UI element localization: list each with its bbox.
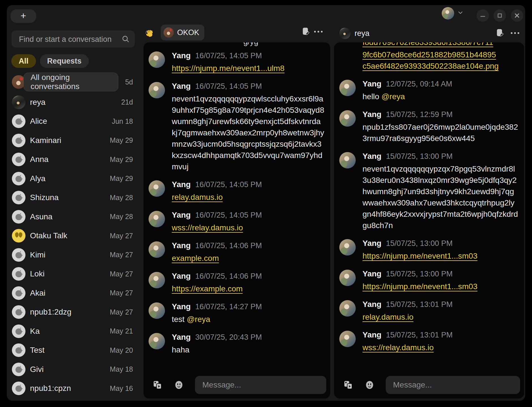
- conversation-row[interactable]: KaminariMay 29: [7, 131, 139, 150]
- message-timestamp: 16/07/25, 14:06 PM: [195, 271, 262, 281]
- message-list[interactable]: f8dd769c762fe83393d6f13386/7c7119fc6b07e…: [339, 42, 518, 371]
- conversation-row[interactable]: npub1:2dzgMay 27: [7, 303, 139, 322]
- conversation-row[interactable]: AliceJun 18: [7, 112, 139, 131]
- conversation-name: Loki: [30, 269, 44, 278]
- filter-all[interactable]: All: [11, 54, 36, 68]
- message-timestamp: 15/07/25, 13:00 PM: [386, 151, 453, 161]
- account-menu-button[interactable]: [442, 7, 463, 20]
- conversation-row[interactable]: AkaiMay 27: [7, 283, 139, 303]
- avatar: [12, 305, 25, 319]
- conversation-row[interactable]: Otaku TalkMay 27: [7, 226, 139, 246]
- app-window: + All Re: [7, 5, 525, 401]
- message-list[interactable]: g/ygYang16/07/25, 14:05 PMhttps://njump.…: [149, 42, 325, 371]
- message-timestamp: 30/07/25, 20:43 PM: [195, 332, 262, 342]
- attach-media-button[interactable]: [151, 379, 164, 391]
- conversation-row[interactable]: KimiMay 27: [7, 245, 139, 265]
- sidebar: All Requests 5d All ongoing conversation…: [7, 22, 139, 401]
- conversation-row[interactable]: AlyaMay 29: [7, 169, 139, 188]
- avatar: [149, 211, 165, 227]
- ellipsis-icon: [314, 30, 323, 34]
- notes-button[interactable]: [299, 25, 312, 38]
- message: Yang15/07/25, 13:01 PMwss://relay.damus.…: [339, 330, 518, 353]
- conversation-row[interactable]: KaMay 21: [7, 322, 139, 341]
- filter-requests[interactable]: Requests: [40, 54, 89, 68]
- minimize-button[interactable]: [477, 9, 489, 22]
- message: Yang12/07/25, 09:14 AMhello @reya: [339, 79, 518, 102]
- message-link[interactable]: wss://relay.damus.io: [362, 343, 434, 352]
- message-author: Yang: [362, 330, 381, 340]
- message-link[interactable]: https://example.com: [172, 284, 243, 293]
- conversation-time: May 27: [110, 308, 133, 316]
- message: Yang15/07/25, 13:01 PMrelay.damus.io: [339, 300, 518, 323]
- close-button[interactable]: [511, 9, 523, 22]
- media-icon: [153, 380, 163, 391]
- avatar: [12, 382, 25, 395]
- user-avatar: [442, 7, 454, 20]
- message: Yang16/07/25, 14:05 PMhttps://njump.me/n…: [149, 51, 325, 74]
- maximize-button[interactable]: [494, 9, 506, 22]
- conversation-time: May 29: [110, 136, 133, 144]
- message-link[interactable]: 9fc6b07ed8ce6d251882b9851b44895: [362, 50, 496, 59]
- conversation-time: May 27: [110, 232, 133, 240]
- message-link[interactable]: https://njump.me/nevent1...sm03: [362, 282, 477, 291]
- conversation-row[interactable]: TestMay 20: [7, 341, 139, 360]
- chat-title-button[interactable]: reya: [339, 28, 370, 39]
- avatar: [339, 239, 356, 256]
- avatar: [149, 180, 165, 197]
- new-conversation-button[interactable]: +: [10, 9, 36, 23]
- conversation-name: Kaminari: [30, 136, 61, 145]
- conversation-row[interactable]: reya21d: [7, 93, 139, 112]
- message: f8dd769c762fe83393d6f13386/7c7119fc6b07e…: [339, 42, 518, 72]
- avatar: [12, 286, 25, 300]
- more-options-button[interactable]: [312, 25, 325, 38]
- avatar: [12, 229, 25, 243]
- minimize-icon: [480, 13, 486, 18]
- message-link[interactable]: https://njump.me/nevent1...ulm8: [172, 64, 284, 73]
- note-icon: [301, 27, 310, 37]
- avatar: [149, 272, 165, 288]
- avatar: [339, 80, 356, 96]
- message-link[interactable]: relay.damus.io: [172, 193, 223, 202]
- mention[interactable]: @reya: [187, 315, 210, 324]
- media-icon: [343, 380, 353, 391]
- message-link[interactable]: https://njump.me/nevent1...sm03: [362, 252, 477, 260]
- notes-button[interactable]: [494, 27, 506, 39]
- message-author: Yang: [172, 210, 191, 220]
- message-text: npub1zfss807aer0j26mwp2la0ume0jqde3823rm…: [362, 123, 518, 143]
- emoji-button[interactable]: [173, 379, 185, 391]
- chat-title-button[interactable]: OKOK: [161, 25, 204, 40]
- conversation-row[interactable]: GiviMay 18: [7, 360, 139, 379]
- more-options-button[interactable]: [509, 27, 521, 39]
- message-input[interactable]: [195, 376, 326, 394]
- message-text: g/yg: [243, 42, 258, 47]
- conversation-row[interactable]: AnnaMay 29: [7, 150, 139, 169]
- conversation-name: Otaku Talk: [30, 231, 67, 240]
- message-timestamp: 15/07/25, 13:00 PM: [386, 269, 453, 279]
- attach-media-button[interactable]: [342, 379, 355, 391]
- message-link[interactable]: c5ae6f482e93933d502238ae104e.png: [362, 62, 499, 70]
- message-text: hello: [362, 92, 381, 101]
- conversation-list[interactable]: reya21dAliceJun 18KaminariMay 29AnnaMay …: [7, 93, 139, 401]
- conversation-name: Akai: [30, 289, 45, 298]
- message-timestamp: 16/07/25, 14:05 PM: [195, 81, 262, 91]
- message-input[interactable]: [386, 376, 520, 394]
- conversation-row[interactable]: LokiMay 27: [7, 265, 139, 284]
- message-link[interactable]: f8dd769c762fe83393d6f13386/7c711: [362, 42, 493, 48]
- conversation-row[interactable]: AsunaMay 28: [7, 207, 139, 226]
- mention[interactable]: @reya: [381, 92, 405, 101]
- message: Yang15/07/25, 12:59 PMnpub1zfss807aer0j2…: [339, 110, 518, 144]
- chat-title: OKOK: [177, 28, 199, 37]
- message-link[interactable]: wss://relay.damus.io: [172, 223, 243, 232]
- avatar: [12, 363, 25, 376]
- message-author: Yang: [362, 239, 381, 248]
- wave-icon: [145, 29, 155, 39]
- message-link[interactable]: example.com: [172, 254, 219, 263]
- avatar: [149, 333, 165, 349]
- search-input[interactable]: [18, 31, 119, 48]
- emoji-button[interactable]: [363, 379, 376, 391]
- conversation-row[interactable]: ShizunaMay 28: [7, 188, 139, 207]
- message-link[interactable]: relay.damus.io: [362, 313, 413, 321]
- emoji-icon: [365, 380, 374, 391]
- conversation-time: May 27: [110, 289, 133, 297]
- conversation-row[interactable]: npub1:cpznMay 16: [7, 379, 139, 398]
